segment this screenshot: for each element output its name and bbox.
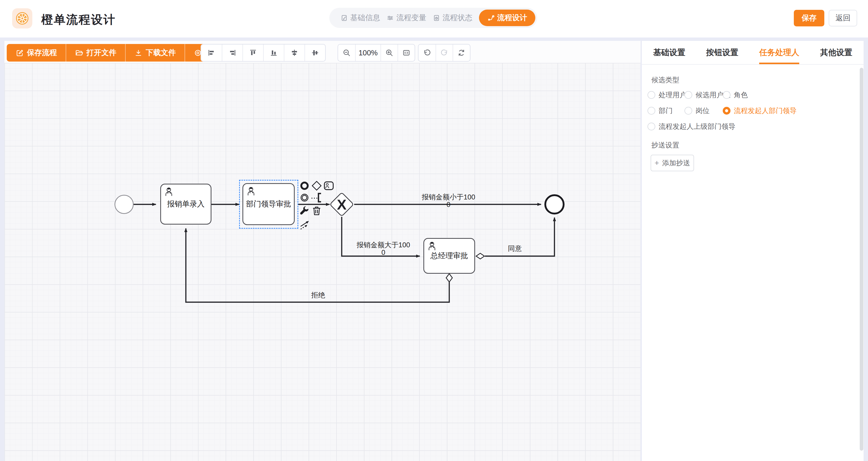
open-file-button[interactable]: 打开文件 (66, 44, 125, 62)
align-left-button[interactable] (201, 45, 222, 61)
zoom-in-button[interactable] (380, 45, 398, 61)
flow-label-reject[interactable]: 拒绝 (305, 292, 331, 299)
flow-connections (4, 63, 641, 461)
plus-icon: + (654, 159, 659, 167)
add-cc-button[interactable]: + 添加抄送 (651, 155, 694, 171)
append-text-annotation-button[interactable] (311, 193, 326, 203)
add-cc-label: 添加抄送 (662, 158, 690, 168)
gateway-icon (311, 180, 322, 191)
back-button[interactable]: 返回 (829, 10, 857, 26)
append-end-event-button[interactable] (299, 180, 310, 191)
panel-scrollbar[interactable] (860, 68, 863, 451)
radio-circle (648, 123, 655, 131)
align-tool-group (200, 44, 326, 62)
tab-label: 流程状态 (442, 13, 472, 23)
bpmn-canvas[interactable]: 报销金额小于100 0 报销金额大于100 0 同意 拒绝 报销单录入 (4, 63, 641, 461)
align-center-vertical-button[interactable] (305, 45, 325, 61)
radio-role[interactable]: 角色 (723, 90, 748, 99)
align-top-icon (249, 49, 257, 57)
tab-label: 流程设计 (497, 13, 527, 23)
append-gateway-button[interactable] (311, 180, 322, 191)
refresh-button[interactable] (453, 45, 470, 61)
align-center-horizontal-button[interactable] (284, 45, 305, 61)
tab-button-settings[interactable]: 按钮设置 (706, 41, 738, 64)
cc-settings-label: 抄送设置 (651, 141, 679, 150)
app-logo (12, 8, 32, 28)
radio-department[interactable]: 部门 (648, 106, 673, 115)
edit-square-icon (16, 49, 24, 57)
align-left-icon (207, 49, 216, 57)
tab-basic-info[interactable]: 基础信息 (341, 13, 380, 23)
save-button[interactable]: 保存 (794, 10, 824, 26)
connect-tool-button[interactable] (299, 219, 311, 230)
button-label: 下载文件 (146, 48, 176, 58)
radio-post[interactable]: 岗位 (684, 106, 710, 115)
align-top-button[interactable] (243, 45, 263, 61)
radio-circle (648, 107, 655, 115)
task-entry[interactable]: 报销单录入 (160, 184, 212, 225)
align-right-button[interactable] (222, 45, 243, 61)
tab-process-status[interactable]: 流程状态 (433, 13, 472, 23)
conditional-marker-reject (446, 274, 452, 282)
intermediate-event-icon (299, 193, 310, 203)
one-to-one-icon (402, 49, 410, 57)
radio-circle (684, 91, 692, 99)
change-type-wrench-button[interactable] (299, 206, 310, 216)
zoom-reset-button[interactable] (398, 45, 414, 61)
flow-label-agree[interactable]: 同意 (502, 245, 528, 253)
connect-arrows-icon (299, 219, 311, 230)
properties-panel: 基础设置 按钮设置 任务处理人 其他设置 候选类型 处理用户 候选用户组 角色 … (642, 41, 864, 461)
tab-basic-settings[interactable]: 基础设置 (653, 41, 685, 64)
radio-circle (648, 91, 655, 99)
append-intermediate-event-button[interactable] (299, 193, 310, 203)
zoom-out-button[interactable] (338, 45, 355, 61)
flow-label-greater-than[interactable]: 报销金额大于100 0 (345, 241, 422, 256)
doc-edit-icon (341, 15, 348, 22)
align-right-icon (228, 49, 237, 57)
button-label: 保存流程 (27, 48, 57, 58)
user-task-person-icon (427, 241, 438, 252)
align-center-vertical-icon (311, 49, 319, 57)
download-icon (134, 49, 143, 57)
align-bottom-button[interactable] (263, 45, 284, 61)
panel-tab-bar: 基础设置 按钮设置 任务处理人 其他设置 (642, 41, 864, 65)
doc-status-icon (433, 15, 440, 22)
end-event-icon (299, 180, 310, 191)
start-event-node[interactable] (115, 195, 134, 214)
redo-icon (440, 49, 448, 57)
zoom-tool-group: 100% (338, 44, 415, 62)
align-bottom-icon (270, 49, 278, 57)
undo-icon (423, 49, 431, 57)
radio-handler-user[interactable]: 处理用户 (648, 90, 686, 99)
tab-other-settings[interactable]: 其他设置 (820, 41, 852, 64)
radio-initiator-upper-dept-leader[interactable]: 流程发起人上级部门领导 (648, 122, 735, 131)
flow-label-less-than[interactable]: 报销金额小于100 0 (410, 194, 487, 208)
append-task-button[interactable] (323, 180, 334, 191)
undo-button[interactable] (418, 45, 436, 61)
process-designer-app: 橙单流程设计 基础信息 流程变量 流程状态 (0, 0, 868, 461)
text-annotation-icon (311, 193, 326, 203)
zoom-out-icon (342, 49, 351, 57)
tab-task-assignee[interactable]: 任务处理人 (759, 41, 799, 64)
button-label: 打开文件 (86, 48, 116, 58)
history-tool-group (418, 44, 470, 62)
orange-slice-icon (15, 11, 29, 25)
download-file-button[interactable]: 下载文件 (125, 44, 185, 62)
user-task-person-icon (164, 186, 175, 197)
header-nav-tabs: 基础信息 流程变量 流程状态 流程设计 (329, 8, 537, 28)
task-general-manager[interactable]: 总经理审批 (424, 238, 475, 274)
flow-design-icon (487, 14, 495, 22)
page-title: 橙单流程设计 (41, 12, 116, 27)
radio-circle (723, 91, 731, 99)
end-event-node[interactable] (545, 194, 564, 214)
save-process-button[interactable]: 保存流程 (7, 44, 66, 62)
redo-button[interactable] (436, 45, 453, 61)
zoom-level-value: 100% (355, 45, 380, 61)
tab-process-variables[interactable]: 流程变量 (387, 13, 426, 23)
tab-process-design[interactable]: 流程设计 (479, 9, 535, 26)
wrench-icon (299, 206, 310, 216)
delete-trash-button[interactable] (311, 206, 322, 216)
radio-circle (684, 107, 692, 115)
radio-initiator-dept-leader[interactable]: 流程发起人部门领导 (723, 106, 797, 115)
task-label: 报销单录入 (167, 199, 205, 209)
